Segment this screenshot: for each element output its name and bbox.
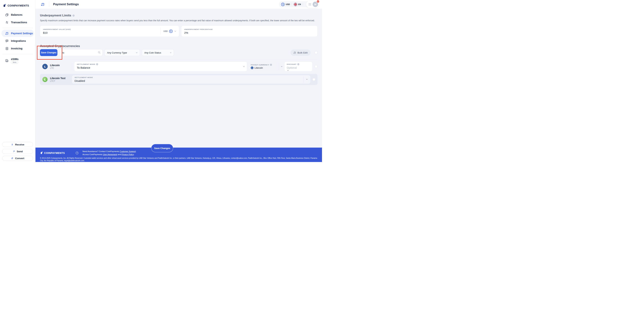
sidebar-item-esims[interactable]: eSIMs Beta <box>2 56 34 65</box>
sidebar-actions: Receive Send Convert <box>2 142 33 161</box>
dollar-icon: $ <box>281 3 284 6</box>
header-controls: $ USD EN M 21 <box>279 1 319 8</box>
privacy-policy-link[interactable]: Privacy Policy <box>122 153 134 155</box>
cell-divider <box>279 63 279 70</box>
sidebar-divider <box>2 54 33 54</box>
discount-placeholder[interactable]: Optional <box>287 66 310 69</box>
coin-identity: Ł Litecoin Test LTCT <box>40 77 72 83</box>
page-title: Payment Settings <box>53 3 79 6</box>
filter-row: Save Changes Any Currency Type Any Coin … <box>40 49 318 56</box>
litecoin-mini-icon: Ł <box>251 67 254 69</box>
send-button[interactable]: Send <box>2 149 33 154</box>
chevron-down-icon[interactable] <box>306 78 308 81</box>
underpayment-value-label: UNDERPAYMENT VALUE (USD) <box>43 28 158 30</box>
help-icon[interactable]: ? <box>76 151 78 154</box>
currency-type-dropdown[interactable]: Any Currency Type <box>104 49 140 56</box>
sidebar: COINPAYMENTS Balances Transactions <box>0 0 36 162</box>
sidebar-item-balances[interactable]: Balances <box>2 11 34 18</box>
underpayment-percentage-field[interactable]: UNDERPAYMENT PERCENTAGE 2% <box>181 26 318 37</box>
info-icon[interactable]: i <box>72 15 74 17</box>
coin-search <box>60 49 102 56</box>
discount-field[interactable]: DISCOUNT i Optional <box>284 62 312 71</box>
underpayment-value-field[interactable]: UNDERPAYMENT VALUE (USD) $10 USD $ <box>40 26 179 37</box>
discount-label: DISCOUNT <box>287 63 296 65</box>
settlement-mode-value: Disabled <box>74 79 308 82</box>
sidebar-item-label: Invoicing <box>11 47 22 50</box>
sidebar-item-transactions[interactable]: Transactions <box>2 19 34 26</box>
payment-settings-icon <box>5 32 9 35</box>
footer-brand: COINPAYMENTS <box>40 151 65 154</box>
send-icon <box>12 150 15 153</box>
dollar-icon: $ <box>169 30 172 33</box>
bulk-edit-icon <box>294 51 296 54</box>
save-changes-button[interactable]: Save Changes <box>40 49 58 56</box>
chevron-down-icon <box>170 52 172 54</box>
cell-divider <box>303 76 304 83</box>
sidebar-item-integrations[interactable]: Integrations <box>2 37 34 45</box>
fiat-currency-dropdown[interactable]: USD $ <box>160 28 179 35</box>
app-window: COINPAYMENTS Balances Transactions <box>0 0 322 162</box>
chevron-down-icon[interactable] <box>287 69 310 72</box>
user-agreement-link[interactable]: User Agreement <box>103 153 117 155</box>
underpayment-fields: UNDERPAYMENT VALUE (USD) $10 USD $ UNDER… <box>40 26 318 37</box>
language-label: EN <box>298 3 301 6</box>
payout-currency-label: PAYOUT CURRENCY <box>251 64 269 66</box>
user-menu[interactable]: M 21 <box>306 1 319 8</box>
info-icon[interactable]: i <box>297 63 299 65</box>
sidebar-nav: Balances Transactions Payment Settings <box>0 11 35 65</box>
send-label: Send <box>17 150 23 153</box>
chevron-down-icon <box>174 30 176 33</box>
coin-status-value: Any Coin Status <box>144 51 161 54</box>
receive-button[interactable]: Receive <box>2 142 33 147</box>
language-selector[interactable]: EN <box>294 3 301 6</box>
coin-search-input[interactable] <box>60 49 102 56</box>
brand-logo[interactable]: COINPAYMENTS <box>0 0 35 9</box>
settlement-mode-select[interactable]: SETTLEMENT MODE Disabled <box>72 75 310 84</box>
brand-name: COINPAYMENTS <box>8 4 29 7</box>
main-content: Underpayment Limits i Specify maximum un… <box>36 9 322 162</box>
coin-identity: Ł Litecoin LTC <box>40 64 72 70</box>
footer: COINPAYMENTS ? Need Assistance? Contact … <box>36 147 322 162</box>
sidebar-item-invoicing[interactable]: Invoicing <box>2 45 34 52</box>
info-icon[interactable]: i <box>96 63 98 65</box>
convert-label: Convert <box>15 157 24 160</box>
select-all-checkbox[interactable] <box>314 51 318 54</box>
bulk-edit-button[interactable]: Bulk Edit <box>290 50 310 56</box>
chevron-down-icon[interactable] <box>242 65 245 68</box>
info-icon[interactable]: i <box>270 64 272 66</box>
floating-save-changes-button[interactable]: Save Changes <box>151 144 173 152</box>
wallet-icon <box>5 13 9 17</box>
settlement-mode-select[interactable]: SETTLEMENT MODE i To Balance <box>74 62 247 71</box>
underpayment-value[interactable]: $10 <box>43 31 158 34</box>
currency-label: USD <box>286 3 290 6</box>
menu-icon <box>308 3 311 6</box>
sidebar-item-label: Integrations <box>11 40 26 42</box>
sidebar-item-payment-settings[interactable]: Payment Settings <box>2 30 34 37</box>
row-checkbox[interactable] <box>314 65 318 68</box>
coin-ticker: LTCT <box>50 80 65 82</box>
separator <box>303 3 303 6</box>
litecoin-test-icon: Ł <box>42 77 48 82</box>
payout-currency-cell[interactable]: PAYOUT CURRENCY i Ł Litecoin <box>247 64 279 69</box>
coin-status-dropdown[interactable]: Any Coin Status <box>142 49 174 56</box>
fiat-currency-label: USD <box>164 30 168 32</box>
sidebar-divider <box>2 28 33 28</box>
coinpayments-logo-icon <box>3 4 6 8</box>
underpayment-percentage[interactable]: 2% <box>184 31 314 34</box>
footer-brand-name: COINPAYMENTS <box>44 151 65 154</box>
chevron-down-icon <box>136 52 138 54</box>
currency-type-value: Any Currency Type <box>107 51 127 54</box>
sidebar-item-label: eSIMs <box>11 58 18 61</box>
receive-label: Receive <box>15 143 24 146</box>
customer-support-link[interactable]: Customer Support <box>120 150 136 152</box>
accepted-cryptocurrencies-title: Accepted Cryptocurrencies <box>40 44 318 48</box>
chevron-down-icon[interactable] <box>280 65 283 68</box>
settlement-mode-value: To Balance <box>77 66 244 69</box>
coin-name: Litecoin Test <box>50 77 65 80</box>
currency-selector[interactable]: $ USD <box>281 3 290 6</box>
row-checkbox[interactable] <box>312 78 315 81</box>
header-divider <box>49 2 49 7</box>
beta-badge: Beta <box>11 61 18 64</box>
convert-button[interactable]: Convert <box>2 156 33 161</box>
settlement-mode-label: SETTLEMENT MODE <box>74 76 93 78</box>
